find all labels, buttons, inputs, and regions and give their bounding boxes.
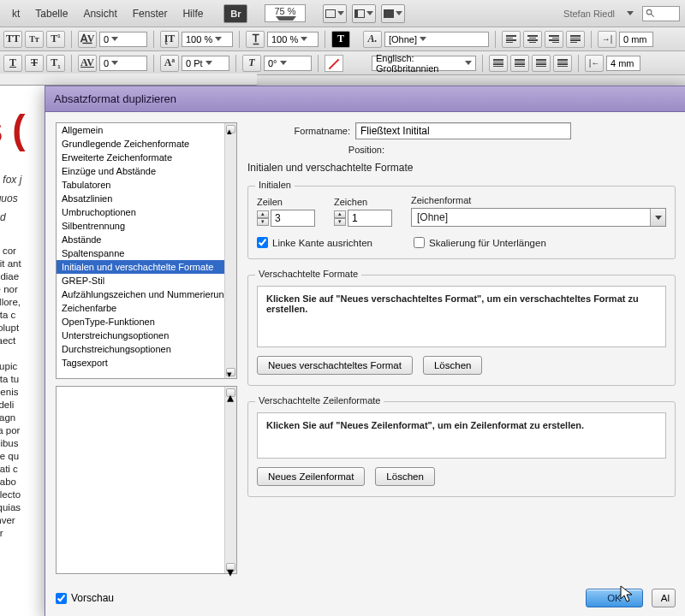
indent-field[interactable]: 0 mm <box>619 32 653 47</box>
chevron-down-icon <box>627 11 634 15</box>
category-list[interactable]: AllgemeinGrundlegende ZeichenformateErwe… <box>56 122 237 379</box>
scrollbar[interactable]: ▴ ▾ <box>224 123 236 378</box>
charstyle-field[interactable]: [Ohne] <box>384 32 489 47</box>
stroke-none-icon[interactable] <box>325 55 343 72</box>
spin-up-icon[interactable]: ▴ <box>257 210 269 218</box>
category-item[interactable]: Absatzlinien <box>57 192 236 205</box>
chevron-down-icon <box>111 61 118 65</box>
category-item[interactable]: Einzüge und Abstände <box>57 164 236 178</box>
smallcaps-button[interactable]: Tт <box>25 31 44 48</box>
category-item[interactable]: Unterstreichungsoptionen <box>57 329 236 342</box>
category-item[interactable]: Tagsexport <box>57 356 236 370</box>
zeilen-input[interactable] <box>271 210 315 227</box>
panel-title: Initialen und verschachtelte Formate <box>247 162 676 174</box>
category-item[interactable]: Umbruchoptionen <box>57 205 236 219</box>
menu-item[interactable]: Tabelle <box>28 4 74 23</box>
ok-button[interactable]: OK <box>586 589 643 607</box>
spin-down-icon[interactable]: ▾ <box>334 218 346 226</box>
justify-right-button[interactable] <box>532 55 551 72</box>
zeichen-input[interactable] <box>348 210 392 227</box>
dialog-title: Absatzformat duplizieren <box>54 92 176 105</box>
category-item[interactable]: Grundlegende Zeichenformate <box>57 137 236 151</box>
scroll-up-icon[interactable]: ▴ <box>226 388 235 397</box>
skalierung-checkbox[interactable]: Skalierung für Unterlängen <box>414 237 546 248</box>
language-field[interactable]: Englisch: Großbritannien <box>372 56 476 71</box>
category-item[interactable]: Durchstreichungsoptionen <box>57 342 236 356</box>
align-right-button[interactable] <box>545 31 563 48</box>
hscale-field[interactable]: 100 % <box>267 32 319 47</box>
view-options-button[interactable] <box>381 4 405 23</box>
nested-lines-list[interactable]: Klicken Sie auf "Neues Zeilenformat", um… <box>257 412 666 459</box>
search-box[interactable] <box>642 6 680 21</box>
zoom-combo[interactable]: 75 % <box>265 4 305 22</box>
kerning-icon: A͟V <box>78 31 97 48</box>
category-item[interactable]: Zeichenfarbe <box>57 301 236 315</box>
justify-center-button[interactable] <box>510 55 529 72</box>
hscale-icon: T̲ <box>246 31 265 48</box>
scrollbar[interactable]: ▴ ▾ <box>224 387 236 573</box>
align-justify-button[interactable] <box>566 31 585 48</box>
indent-field-2[interactable]: 4 mm <box>606 56 640 71</box>
bridge-button[interactable]: Br <box>223 4 247 23</box>
menu-item[interactable]: kt <box>5 4 27 23</box>
baseline-field[interactable]: 0 Pt <box>182 56 229 71</box>
superscript-button[interactable]: T1 <box>46 31 65 48</box>
underline-button[interactable]: T <box>3 55 22 72</box>
subscript-button[interactable]: T1 <box>46 55 65 72</box>
zeichen-spinner[interactable]: ▴▾ <box>334 210 392 227</box>
menu-item[interactable]: Hilfe <box>176 4 210 23</box>
tracking-icon: AV <box>78 55 97 72</box>
formatname-input[interactable] <box>355 122 571 139</box>
category-item[interactable]: Silbentrennung <box>57 219 236 233</box>
category-item[interactable]: Spaltenspanne <box>57 246 236 260</box>
chevron-down-icon <box>366 11 373 15</box>
category-item[interactable]: Aufzählungszeichen und Nummerierung <box>57 287 236 301</box>
delete-nested-style-button[interactable]: Löschen <box>423 356 482 375</box>
spin-up-icon[interactable]: ▴ <box>334 210 346 218</box>
scroll-down-icon[interactable]: ▾ <box>226 563 235 572</box>
preview-checkbox[interactable]: Vorschau <box>56 592 114 604</box>
skew-field[interactable]: 0° <box>264 56 312 71</box>
zoom-value: 75 % <box>274 6 295 16</box>
dialog-titlebar[interactable]: Absatzformat duplizieren <box>45 86 685 112</box>
nested-list[interactable]: Klicken Sie auf "Neues verschachteltes F… <box>257 286 666 347</box>
menu-item[interactable]: Ansicht <box>76 4 123 23</box>
scroll-down-icon[interactable]: ▾ <box>226 368 235 376</box>
new-nested-style-button[interactable]: Neues verschachteltes Format <box>257 356 413 375</box>
justify-left-button[interactable] <box>489 55 508 72</box>
nested-lines-legend: Verschachtelte Zeilenformate <box>255 395 384 406</box>
zeichenformat-combo[interactable]: [Ohne] <box>411 208 666 227</box>
fill-icon[interactable]: T <box>331 31 350 48</box>
category-item[interactable]: Allgemein <box>57 123 236 137</box>
zeilen-spinner[interactable]: ▴▾ <box>257 210 315 227</box>
category-item[interactable]: GREP-Stil <box>57 274 236 287</box>
kerning-field[interactable]: 0 <box>99 32 147 47</box>
initials-group: Initialen Zeilen ▴▾ Zeichen ▴▾ <box>247 186 676 259</box>
vscale-field[interactable]: 100 % <box>182 32 233 47</box>
category-item[interactable]: Tabulatoren <box>57 178 236 192</box>
arrange-button[interactable] <box>352 4 376 23</box>
category-item[interactable]: Initialen und verschachtelte Formate <box>57 260 236 274</box>
scroll-up-icon[interactable]: ▴ <box>226 125 235 133</box>
strikethrough-button[interactable]: T <box>25 55 44 72</box>
category-item[interactable]: Abstände <box>57 233 236 246</box>
nested-hint: Klicken Sie auf "Neues verschachteltes F… <box>266 293 639 314</box>
justify-all-button[interactable] <box>553 55 572 72</box>
align-center-button[interactable] <box>523 31 542 48</box>
tracking-field[interactable]: 0 <box>99 56 147 71</box>
new-line-style-button[interactable]: Neues Zeilenformat <box>257 467 365 486</box>
formatname-label: Formatname: <box>247 126 350 136</box>
category-item[interactable]: OpenType-Funktionen <box>57 315 236 329</box>
menu-item[interactable]: Fenster <box>126 4 175 23</box>
screen-mode-button[interactable] <box>323 4 347 23</box>
svg-line-1 <box>651 14 653 16</box>
cancel-button[interactable]: Al <box>652 589 676 607</box>
linke-kante-checkbox[interactable]: Linke Kante ausrichten <box>257 237 372 248</box>
align-left-button[interactable] <box>502 31 521 48</box>
spin-down-icon[interactable]: ▾ <box>257 218 269 226</box>
delete-line-style-button[interactable]: Löschen <box>375 467 434 486</box>
indent-icon: →| <box>598 31 616 48</box>
allcaps-button[interactable]: TT <box>3 31 22 48</box>
character-toolbar-1: TT Tт T1 A͟V 0 ĮT 100 % T̲ 100 % T A. [O… <box>0 27 685 51</box>
category-item[interactable]: Erweiterte Zeichenformate <box>57 151 236 164</box>
